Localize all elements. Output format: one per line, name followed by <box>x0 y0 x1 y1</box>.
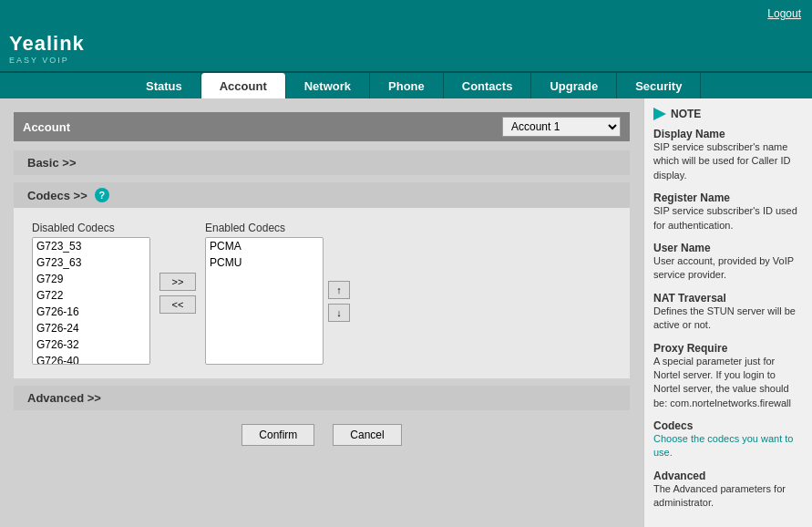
note-text: SIP service subscriber's name which will… <box>653 140 803 182</box>
note-proxy-require: Proxy Require A special parameter just f… <box>653 342 803 411</box>
note-icon <box>653 108 666 120</box>
move-down-button[interactable]: ↓ <box>328 304 350 322</box>
codec-option: PCMA <box>206 238 323 254</box>
tab-contacts[interactable]: Contacts <box>444 73 532 98</box>
codec-option: G726-32 <box>33 336 149 353</box>
note-title: Register Name <box>653 191 803 204</box>
codecs-section: Codecs >> ? Disabled Codecs G723_53 G723… <box>14 182 630 378</box>
note-advanced: Advanced The Advanced parameters for adm… <box>653 470 803 511</box>
codec-option: G726-24 <box>33 320 149 336</box>
tab-phone[interactable]: Phone <box>370 73 444 98</box>
codec-option: G726-40 <box>33 353 149 365</box>
note-text: A special parameter just for Nortel serv… <box>653 355 803 411</box>
note-display-name: Display Name SIP service subscriber's na… <box>653 128 803 182</box>
confirm-button[interactable]: Confirm <box>242 424 314 446</box>
note-title: Display Name <box>653 128 803 140</box>
note-text: Choose the codecs you want to use. <box>653 432 803 460</box>
nav-bar: Status Account Network Phone Contacts Up… <box>0 73 812 98</box>
codec-option: G729 <box>33 271 149 287</box>
help-icon[interactable]: ? <box>95 188 109 202</box>
disabled-codecs-container: Disabled Codecs G723_53 G723_63 G729 G72… <box>32 222 150 365</box>
account-section-label: Account <box>23 120 70 134</box>
codec-option: PCMU <box>206 254 323 271</box>
note-text: SIP service subscriber's ID used for aut… <box>653 204 803 232</box>
codec-option: G723_63 <box>33 254 149 271</box>
note-text: The Advanced parameters for administrato… <box>653 482 803 511</box>
bottom-buttons: Confirm Cancel <box>14 410 630 460</box>
tab-status[interactable]: Status <box>128 73 201 98</box>
note-nat-traversal: NAT Traversal Defines the STUN server wi… <box>653 292 803 333</box>
remove-codec-button[interactable]: << <box>159 295 196 314</box>
disabled-codecs-list[interactable]: G723_53 G723_63 G729 G722 G726-16 G726-2… <box>32 237 150 365</box>
logo: Yealink EASY VOIP <box>9 34 85 65</box>
note-title: Proxy Require <box>653 342 803 355</box>
logo-bar: Yealink EASY VOIP <box>0 27 812 73</box>
note-title: Codecs <box>653 419 803 432</box>
main-wrapper: Account Account 1 Account 2 Account 3 Ac… <box>0 98 812 527</box>
tab-upgrade[interactable]: Upgrade <box>531 73 617 98</box>
tab-account[interactable]: Account <box>201 73 286 98</box>
codecs-header-bar: Codecs >> ? <box>14 182 630 208</box>
note-text: User account, provided by VoIP service p… <box>653 254 803 283</box>
basic-label: Basic >> <box>27 156 77 170</box>
move-up-button[interactable]: ↑ <box>328 281 350 299</box>
advanced-section[interactable]: Advanced >> <box>14 386 630 410</box>
brand-sub: EASY VOIP <box>9 56 69 65</box>
codec-order-buttons: ↑ ↓ <box>328 237 350 365</box>
codec-option: G722 <box>33 287 149 304</box>
brand-name: Yealink <box>9 34 85 54</box>
codecs-body: Disabled Codecs G723_53 G723_63 G729 G72… <box>27 212 616 374</box>
codec-transfer-buttons: >> << <box>159 273 196 314</box>
codec-option: G723_53 <box>33 238 149 254</box>
advanced-label: Advanced >> <box>27 391 101 405</box>
codec-option: G726-16 <box>33 304 149 320</box>
note-header: NOTE <box>653 108 803 120</box>
basic-section[interactable]: Basic >> <box>14 150 630 175</box>
note-header-label: NOTE <box>671 108 701 120</box>
note-title: NAT Traversal <box>653 292 803 305</box>
add-codec-button[interactable]: >> <box>159 273 196 291</box>
disabled-codecs-label: Disabled Codecs <box>32 222 150 234</box>
note-title: Advanced <box>653 470 803 482</box>
enabled-codecs-container: Enabled Codecs PCMA PCMU ↑ ↓ <box>205 222 350 365</box>
account-selector-bar: Account Account 1 Account 2 Account 3 Ac… <box>14 112 630 141</box>
enabled-codecs-label: Enabled Codecs <box>205 222 350 234</box>
cancel-button[interactable]: Cancel <box>333 424 401 446</box>
note-title: User Name <box>653 242 803 254</box>
note-text: Defines the STUN server will be active o… <box>653 305 803 333</box>
content-area: Account Account 1 Account 2 Account 3 Ac… <box>0 98 643 527</box>
note-user-name: User Name User account, provided by VoIP… <box>653 242 803 283</box>
sidebar: NOTE Display Name SIP service subscriber… <box>643 98 812 527</box>
tab-network[interactable]: Network <box>286 73 370 98</box>
logout-link[interactable]: Logout <box>767 7 801 20</box>
note-register-name: Register Name SIP service subscriber's I… <box>653 191 803 232</box>
enabled-codecs-list[interactable]: PCMA PCMU <box>205 237 324 365</box>
tab-security[interactable]: Security <box>617 73 701 98</box>
codecs-label: Codecs >> <box>27 189 87 202</box>
note-codecs: Codecs Choose the codecs you want to use… <box>653 419 803 460</box>
top-header: Logout <box>0 0 812 27</box>
account-dropdown[interactable]: Account 1 Account 2 Account 3 Account 4 … <box>502 117 621 137</box>
